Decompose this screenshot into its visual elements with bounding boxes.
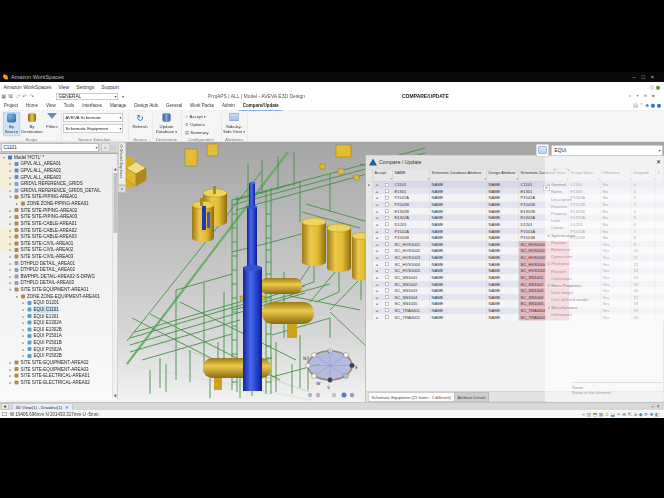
expander-icon[interactable]: ▸ [10,359,12,366]
source-element-combo[interactable]: Schematic Equipment▾ [63,124,123,133]
accept-direction-icon[interactable]: ◄ [375,281,378,288]
expander-icon[interactable]: ▸ [23,326,25,333]
expander-icon[interactable]: ▸ [23,353,25,360]
tab-list-button[interactable]: ▼ [1,404,9,410]
update-database-button[interactable]: Update Database ▾ [154,112,179,136]
expander-icon[interactable]: ▸ [23,333,25,340]
expander-icon[interactable]: ▸ [16,200,18,207]
expander-icon[interactable]: ▸ [10,233,12,240]
tree-item[interactable]: ▸DTHPLD DETAIL_AREA01 [0,260,118,267]
ribbon-tab-view[interactable]: View [42,101,60,111]
qat-right-icons[interactable]: ▫ ▾ ⊖ ▪ [628,94,657,99]
qat-dropdown-icon[interactable]: ▾ [122,94,124,99]
column-header-name[interactable]: NAME▾ [393,170,430,182]
search-icon[interactable]: ⌕ [101,144,110,152]
expander-icon[interactable]: ▸ [23,319,25,326]
menu-item-view[interactable]: View [55,82,73,92]
accept-direction-icon[interactable]: ◄ [375,221,378,228]
options-button[interactable]: ⚙ Options [185,120,205,128]
ribbon-tab-admin[interactable]: Admin [218,101,239,111]
accept-checkbox[interactable] [385,209,389,213]
accept-checkbox[interactable] [385,183,389,187]
accept-direction-icon[interactable]: ◄ [375,268,378,275]
accept-direction-icon[interactable]: ◄ [375,287,378,294]
close-button[interactable]: × [651,74,660,80]
overlay-toolbar-icons[interactable]: ↶↷ [553,167,577,173]
expander-icon[interactable]: ▸ [10,366,12,373]
tree-item[interactable]: ▸EQUI C1101 [0,306,118,313]
tree-item[interactable]: ▸SITE SITE-ELECTRICAL-AREA02 [0,379,118,386]
general-combo[interactable]: GENERAL▾ [56,93,118,100]
ribbon-right-icons[interactable]: ▤ ⌃ ◈ ● ● [633,102,661,108]
tree-item[interactable]: ▾ZONE ZONE-EQUIPMENT-AREA01 [0,293,118,300]
expander-icon[interactable]: ▾ [3,154,5,161]
tree-item[interactable]: ▸DTHPLD DETAIL_AREA02 [0,266,118,273]
ribbon-tab-home[interactable]: Home [22,101,42,111]
minimize-button[interactable]: – [632,74,641,80]
app-menu-icon[interactable]: ▦ [0,92,7,101]
expander-icon[interactable]: ▸ [23,346,25,353]
accept-direction-icon[interactable]: ◄ [375,188,378,195]
tree-item[interactable]: ▸EQUI E1302A [0,319,118,326]
accept-checkbox[interactable] [385,262,389,266]
accept-direction-icon[interactable]: ◄ [375,274,378,281]
tab-close-icon[interactable]: ✕ [65,405,69,410]
element-type-combo[interactable]: EQUI▾ [551,145,663,156]
tree-item[interactable]: ▸SITE SITE-CIVIL-AREA01 [0,240,118,247]
tree-item[interactable]: ▸GRIDVL REFERENCE_GRIDS [0,180,118,187]
by-destination-button[interactable]: By Destination [21,112,43,136]
footer-tab-schematic-equipment[interactable]: Schematic Equipment (21 Items - 1 differ… [368,393,454,402]
accept-checkbox[interactable] [385,302,389,306]
accept-direction-icon[interactable]: ◄ [375,314,378,321]
expander-icon[interactable]: ▸ [10,174,12,181]
tree-item[interactable]: ▸DTHPLD DETAIL-AREA03 [0,280,118,287]
accept-direction-icon[interactable]: ◄ [375,241,378,248]
side-by-side-button[interactable]: Side-by-Side View ▾ [222,112,246,136]
filter-icon[interactable]: ▾ [516,176,518,180]
tree-root[interactable]: ▾Model 'HOTL' * [0,154,118,161]
search-input[interactable]: C1101▾ [1,144,99,152]
menu-item-settings[interactable]: Settings [73,82,98,92]
filter-icon[interactable]: ▾ [427,176,429,180]
accept-checkbox[interactable] [385,256,389,260]
accept-checkbox[interactable] [385,189,389,193]
accept-checkbox[interactable] [385,275,389,279]
pin-icon[interactable]: ⚲ [120,144,123,149]
ribbon-tab-manage[interactable]: Manage [106,101,130,111]
filter-icon[interactable]: ▾ [484,176,486,180]
expander-icon[interactable]: ▾ [16,293,18,300]
accept-checkbox[interactable] [385,223,389,227]
accept-direction-icon[interactable]: ◄ [375,182,378,189]
model-explorer-vertical-tab[interactable]: ⚲ Model Explorer [118,142,126,185]
expander-icon[interactable]: ▸ [10,180,12,187]
tree-item[interactable]: ▸SITE SITE-CIVIL-AREA03 [0,253,118,260]
summary-button[interactable]: ▤ Summary [185,128,209,136]
tree-item[interactable]: ▸GPVL ALL_AREA01 [0,161,118,168]
search-3d-icon[interactable]: ⬚ [111,144,117,152]
tree-item[interactable]: ▸EQUI E1302B [0,326,118,333]
tree-item[interactable]: ▸EQUI D1201 [0,300,118,307]
tree-item[interactable]: ▸ZONE ZONE-PIPING-AREA01 [0,200,118,207]
expander-icon[interactable]: ▸ [10,207,12,214]
tree-item[interactable]: ▸EQUI P1501B [0,339,118,346]
accept-checkbox[interactable] [385,229,389,233]
footer-tab-attribute-details[interactable]: Attribute Details [454,393,489,402]
model-explorer-tab-end[interactable]: ▫ [118,186,126,193]
accept-direction-icon[interactable]: ◄ [375,261,378,268]
tree-item[interactable]: ▸EQUI E1301 [0,313,118,320]
ribbon-tab-interfaces[interactable]: Interfaces [78,101,106,111]
accept-button[interactable]: ✓ Accept ▾ [185,112,206,120]
accept-direction-icon[interactable]: ◄ [375,215,378,222]
expander-icon[interactable]: ▸ [23,313,25,320]
tree-item[interactable]: ▸SITE SITE-CABLE-AREA03 [0,233,118,240]
overlay-close-icon[interactable]: ✕ [656,159,661,165]
accept-direction-icon[interactable]: ◄ [375,234,378,241]
expander-icon[interactable]: ▸ [10,379,12,386]
accept-direction-icon[interactable]: ◄ [375,201,378,208]
tree-item[interactable]: ▸GPVL ALL_AREA02 [0,167,118,174]
expander-icon[interactable]: ▸ [10,247,12,254]
accept-direction-icon[interactable]: ◄ [375,228,378,235]
undo-icon[interactable]: ↶ [21,92,28,101]
expander-icon[interactable]: ▸ [10,187,12,194]
expander-icon[interactable]: ▸ [23,306,25,313]
